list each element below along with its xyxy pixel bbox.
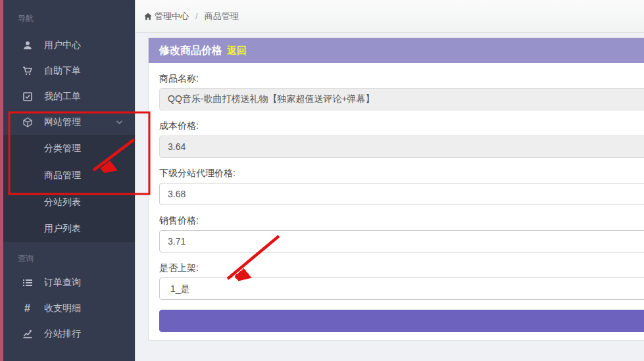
agent-price-label: 下级分站代理价格: bbox=[159, 168, 644, 180]
sidebar-item-label: 商品管理 bbox=[44, 170, 81, 181]
listing-status-select[interactable]: 1_是 bbox=[159, 277, 644, 300]
sidebar-item-label: 收支明细 bbox=[44, 302, 81, 314]
sidebar-item-label: 订单查询 bbox=[44, 277, 81, 289]
back-link[interactable]: 返回 bbox=[227, 45, 247, 57]
listing-status-label: 是否上架: bbox=[159, 262, 644, 274]
sidebar-item-substation-ranking[interactable]: 分站排行 bbox=[3, 321, 135, 347]
sidebar-item-label: 网站管理 bbox=[44, 116, 81, 128]
product-name-label: 商品名称: bbox=[159, 73, 644, 85]
panel-header: 修改商品价格 返回 bbox=[149, 38, 644, 63]
sidebar-section-nav: 导航 bbox=[3, 0, 135, 32]
sidebar-item-label: 用户中心 bbox=[44, 39, 81, 51]
sidebar-item-label: 我的工单 bbox=[44, 91, 81, 103]
product-name-field bbox=[159, 88, 644, 110]
panel-title: 修改商品价格 bbox=[159, 44, 222, 58]
sidebar-item-order-query[interactable]: 订单查询 bbox=[3, 270, 135, 295]
main-area: 管理中心 / 商品管理 修改商品价格 返回 商品名称: 成本价格: bbox=[135, 0, 644, 361]
submit-button[interactable] bbox=[159, 310, 644, 332]
home-icon bbox=[143, 12, 153, 21]
sale-price-label: 销售价格: bbox=[159, 215, 644, 227]
breadcrumb-current: 商品管理 bbox=[205, 11, 239, 22]
cube-icon bbox=[22, 116, 33, 128]
content-area: 修改商品价格 返回 商品名称: 成本价格: 下级分站代理价格: bbox=[136, 33, 644, 361]
sidebar-item-label: 用户列表 bbox=[44, 223, 81, 235]
breadcrumb-home-link[interactable]: 管理中心 bbox=[143, 11, 189, 22]
list-icon bbox=[22, 277, 33, 288]
cart-icon bbox=[22, 65, 33, 76]
cost-price-label: 成本价格: bbox=[159, 120, 644, 132]
sidebar-item-user-list[interactable]: 用户列表 bbox=[3, 216, 135, 242]
sidebar-item-user-center[interactable]: 用户中心 bbox=[3, 32, 135, 58]
form-group-agent-price: 下级分站代理价格: bbox=[159, 168, 644, 205]
form-group-sale-price: 销售价格: bbox=[159, 215, 644, 253]
cost-price-field bbox=[159, 135, 644, 158]
form-group-cost-price: 成本价格: bbox=[159, 120, 644, 158]
breadcrumb-home-label: 管理中心 bbox=[155, 11, 189, 22]
panel-body: 商品名称: 成本价格: 下级分站代理价格: 销售价格: bbox=[149, 63, 644, 340]
sidebar-item-substation-list[interactable]: 分站列表 bbox=[3, 189, 135, 216]
sidebar-item-self-order[interactable]: 自助下单 bbox=[3, 58, 135, 84]
sale-price-input[interactable] bbox=[159, 230, 644, 253]
user-icon bbox=[22, 39, 33, 51]
sidebar: 导航 用户中心 自助下单 我的工单 网站管理 bbox=[3, 0, 135, 361]
check-square-icon bbox=[22, 91, 33, 102]
sidebar-item-site-management[interactable]: 网站管理 bbox=[3, 109, 135, 135]
sidebar-item-label: 分站列表 bbox=[44, 197, 81, 208]
site-management-submenu: 分类管理 商品管理 分站列表 用户列表 bbox=[3, 135, 135, 242]
sidebar-item-income-details[interactable]: # 收支明细 bbox=[3, 295, 135, 321]
app-window: 导航 用户中心 自助下单 我的工单 网站管理 bbox=[0, 0, 644, 361]
breadcrumb-separator: / bbox=[195, 11, 198, 21]
hash-icon: # bbox=[22, 302, 33, 314]
sidebar-section-query: 查询 bbox=[3, 242, 135, 270]
edit-price-panel: 修改商品价格 返回 商品名称: 成本价格: 下级分站代理价格: bbox=[148, 37, 644, 341]
sidebar-item-product-management[interactable]: 商品管理 bbox=[3, 162, 135, 189]
sidebar-item-my-tickets[interactable]: 我的工单 bbox=[3, 84, 135, 109]
chevron-down-icon bbox=[116, 120, 123, 125]
chart-line-icon bbox=[22, 328, 33, 339]
sidebar-item-category-management[interactable]: 分类管理 bbox=[3, 135, 135, 162]
sidebar-item-label: 分类管理 bbox=[44, 143, 81, 155]
agent-price-input[interactable] bbox=[159, 183, 644, 205]
breadcrumb: 管理中心 / 商品管理 bbox=[136, 0, 644, 33]
form-group-product-name: 商品名称: bbox=[159, 73, 644, 110]
sidebar-item-label: 自助下单 bbox=[44, 65, 81, 77]
form-group-listing-status: 是否上架: 1_是 bbox=[159, 262, 644, 300]
sidebar-item-label: 分站排行 bbox=[44, 328, 81, 340]
